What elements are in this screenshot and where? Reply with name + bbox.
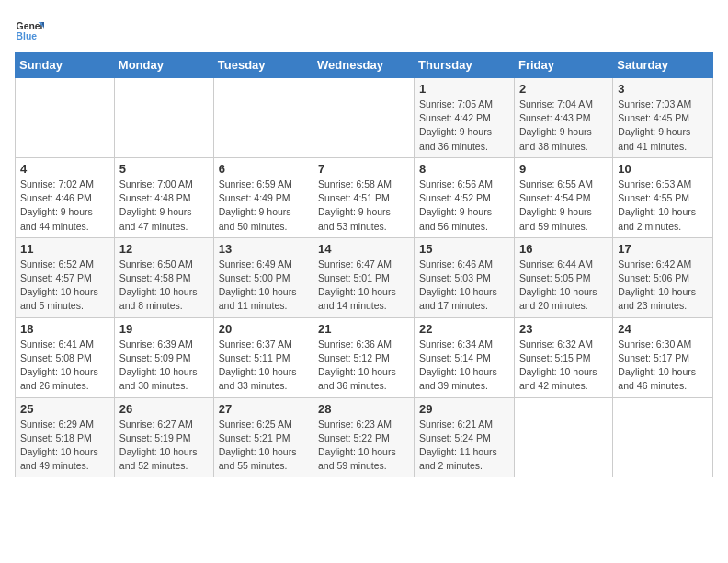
day-info: Sunrise: 6:34 AM Sunset: 5:14 PM Dayligh…: [419, 338, 509, 394]
day-info: Sunrise: 7:03 AM Sunset: 4:45 PM Dayligh…: [618, 98, 708, 154]
day-number: 9: [519, 162, 608, 176]
day-number: 21: [318, 322, 409, 336]
calendar-cell: 9Sunrise: 6:55 AM Sunset: 4:54 PM Daylig…: [514, 157, 612, 237]
calendar-cell: [514, 397, 612, 477]
day-number: 27: [219, 402, 308, 416]
calendar-cell: 28Sunrise: 6:23 AM Sunset: 5:22 PM Dayli…: [313, 397, 415, 477]
calendar-cell: 24Sunrise: 6:30 AM Sunset: 5:17 PM Dayli…: [613, 317, 713, 397]
day-number: 22: [419, 322, 509, 336]
day-number: 5: [119, 162, 209, 176]
calendar-week-row: 1Sunrise: 7:05 AM Sunset: 4:42 PM Daylig…: [16, 78, 713, 158]
calendar-cell: 17Sunrise: 6:42 AM Sunset: 5:06 PM Dayli…: [613, 237, 713, 317]
day-info: Sunrise: 6:46 AM Sunset: 5:03 PM Dayligh…: [419, 258, 509, 314]
day-number: 29: [419, 402, 509, 416]
header-row: SundayMondayTuesdayWednesdayThursdayFrid…: [16, 52, 713, 78]
calendar-cell: [114, 78, 213, 158]
day-info: Sunrise: 7:05 AM Sunset: 4:42 PM Dayligh…: [419, 98, 509, 154]
calendar-week-row: 4Sunrise: 7:02 AM Sunset: 4:46 PM Daylig…: [16, 157, 713, 237]
weekday-header: Sunday: [16, 52, 115, 78]
day-number: 6: [219, 162, 308, 176]
calendar-body: 1Sunrise: 7:05 AM Sunset: 4:42 PM Daylig…: [16, 78, 713, 477]
calendar-cell: 20Sunrise: 6:37 AM Sunset: 5:11 PM Dayli…: [213, 317, 313, 397]
day-number: 1: [419, 82, 509, 96]
logo-icon: General Blue: [15, 15, 44, 44]
calendar-cell: 29Sunrise: 6:21 AM Sunset: 5:24 PM Dayli…: [415, 397, 515, 477]
day-number: 8: [419, 162, 509, 176]
calendar-cell: 10Sunrise: 6:53 AM Sunset: 4:55 PM Dayli…: [613, 157, 713, 237]
calendar-cell: [213, 78, 313, 158]
day-info: Sunrise: 6:53 AM Sunset: 4:55 PM Dayligh…: [618, 178, 708, 234]
calendar-cell: 14Sunrise: 6:47 AM Sunset: 5:01 PM Dayli…: [313, 237, 415, 317]
calendar-cell: 19Sunrise: 6:39 AM Sunset: 5:09 PM Dayli…: [114, 317, 213, 397]
day-number: 10: [618, 162, 708, 176]
weekday-header: Wednesday: [313, 52, 415, 78]
day-number: 24: [618, 322, 708, 336]
day-number: 16: [519, 242, 608, 256]
calendar-cell: 13Sunrise: 6:49 AM Sunset: 5:00 PM Dayli…: [213, 237, 313, 317]
calendar-cell: 7Sunrise: 6:58 AM Sunset: 4:51 PM Daylig…: [313, 157, 415, 237]
calendar-header: SundayMondayTuesdayWednesdayThursdayFrid…: [16, 52, 713, 78]
day-number: 19: [119, 322, 209, 336]
calendar-table: SundayMondayTuesdayWednesdayThursdayFrid…: [15, 52, 713, 477]
day-info: Sunrise: 6:44 AM Sunset: 5:05 PM Dayligh…: [519, 258, 608, 314]
day-info: Sunrise: 6:27 AM Sunset: 5:19 PM Dayligh…: [119, 418, 209, 474]
day-number: 4: [20, 162, 109, 176]
calendar-cell: 6Sunrise: 6:59 AM Sunset: 4:49 PM Daylig…: [213, 157, 313, 237]
calendar-cell: 25Sunrise: 6:29 AM Sunset: 5:18 PM Dayli…: [16, 397, 115, 477]
calendar-cell: 22Sunrise: 6:34 AM Sunset: 5:14 PM Dayli…: [415, 317, 515, 397]
day-info: Sunrise: 6:49 AM Sunset: 5:00 PM Dayligh…: [219, 258, 308, 314]
day-info: Sunrise: 6:36 AM Sunset: 5:12 PM Dayligh…: [318, 338, 409, 394]
day-info: Sunrise: 7:04 AM Sunset: 4:43 PM Dayligh…: [519, 98, 608, 154]
calendar-week-row: 25Sunrise: 6:29 AM Sunset: 5:18 PM Dayli…: [16, 397, 713, 477]
day-info: Sunrise: 6:55 AM Sunset: 4:54 PM Dayligh…: [519, 178, 608, 234]
day-info: Sunrise: 6:58 AM Sunset: 4:51 PM Dayligh…: [318, 178, 409, 234]
calendar-cell: 8Sunrise: 6:56 AM Sunset: 4:52 PM Daylig…: [415, 157, 515, 237]
calendar-cell: 23Sunrise: 6:32 AM Sunset: 5:15 PM Dayli…: [514, 317, 612, 397]
weekday-header: Thursday: [415, 52, 515, 78]
day-info: Sunrise: 6:23 AM Sunset: 5:22 PM Dayligh…: [318, 418, 409, 474]
day-info: Sunrise: 6:29 AM Sunset: 5:18 PM Dayligh…: [20, 418, 109, 474]
weekday-header: Friday: [514, 52, 612, 78]
day-number: 3: [618, 82, 708, 96]
calendar-cell: 11Sunrise: 6:52 AM Sunset: 4:57 PM Dayli…: [16, 237, 115, 317]
calendar-cell: 27Sunrise: 6:25 AM Sunset: 5:21 PM Dayli…: [213, 397, 313, 477]
calendar-cell: 18Sunrise: 6:41 AM Sunset: 5:08 PM Dayli…: [16, 317, 115, 397]
day-info: Sunrise: 6:52 AM Sunset: 4:57 PM Dayligh…: [20, 258, 109, 314]
calendar-cell: [16, 78, 115, 158]
page-header: General Blue: [15, 15, 713, 44]
logo: General Blue: [15, 15, 48, 44]
day-info: Sunrise: 6:39 AM Sunset: 5:09 PM Dayligh…: [119, 338, 209, 394]
calendar-cell: 4Sunrise: 7:02 AM Sunset: 4:46 PM Daylig…: [16, 157, 115, 237]
calendar-cell: 1Sunrise: 7:05 AM Sunset: 4:42 PM Daylig…: [415, 78, 515, 158]
weekday-header: Monday: [114, 52, 213, 78]
calendar-week-row: 18Sunrise: 6:41 AM Sunset: 5:08 PM Dayli…: [16, 317, 713, 397]
day-number: 15: [419, 242, 509, 256]
day-number: 28: [318, 402, 409, 416]
day-info: Sunrise: 6:42 AM Sunset: 5:06 PM Dayligh…: [618, 258, 708, 314]
day-info: Sunrise: 6:47 AM Sunset: 5:01 PM Dayligh…: [318, 258, 409, 314]
day-number: 7: [318, 162, 409, 176]
day-number: 23: [519, 322, 608, 336]
day-number: 13: [219, 242, 308, 256]
day-info: Sunrise: 6:37 AM Sunset: 5:11 PM Dayligh…: [219, 338, 308, 394]
day-number: 25: [20, 402, 109, 416]
calendar-cell: 3Sunrise: 7:03 AM Sunset: 4:45 PM Daylig…: [613, 78, 713, 158]
day-number: 18: [20, 322, 109, 336]
calendar-cell: 5Sunrise: 7:00 AM Sunset: 4:48 PM Daylig…: [114, 157, 213, 237]
calendar-cell: [313, 78, 415, 158]
day-number: 26: [119, 402, 209, 416]
calendar-cell: 15Sunrise: 6:46 AM Sunset: 5:03 PM Dayli…: [415, 237, 515, 317]
calendar-cell: 16Sunrise: 6:44 AM Sunset: 5:05 PM Dayli…: [514, 237, 612, 317]
calendar-cell: 12Sunrise: 6:50 AM Sunset: 4:58 PM Dayli…: [114, 237, 213, 317]
day-info: Sunrise: 6:25 AM Sunset: 5:21 PM Dayligh…: [219, 418, 308, 474]
day-info: Sunrise: 6:21 AM Sunset: 5:24 PM Dayligh…: [419, 418, 509, 474]
calendar-cell: [613, 397, 713, 477]
day-number: 11: [20, 242, 109, 256]
day-info: Sunrise: 6:50 AM Sunset: 4:58 PM Dayligh…: [119, 258, 209, 314]
weekday-header: Tuesday: [213, 52, 313, 78]
day-info: Sunrise: 6:41 AM Sunset: 5:08 PM Dayligh…: [20, 338, 109, 394]
day-info: Sunrise: 7:02 AM Sunset: 4:46 PM Dayligh…: [20, 178, 109, 234]
calendar-cell: 21Sunrise: 6:36 AM Sunset: 5:12 PM Dayli…: [313, 317, 415, 397]
calendar-week-row: 11Sunrise: 6:52 AM Sunset: 4:57 PM Dayli…: [16, 237, 713, 317]
day-number: 2: [519, 82, 608, 96]
